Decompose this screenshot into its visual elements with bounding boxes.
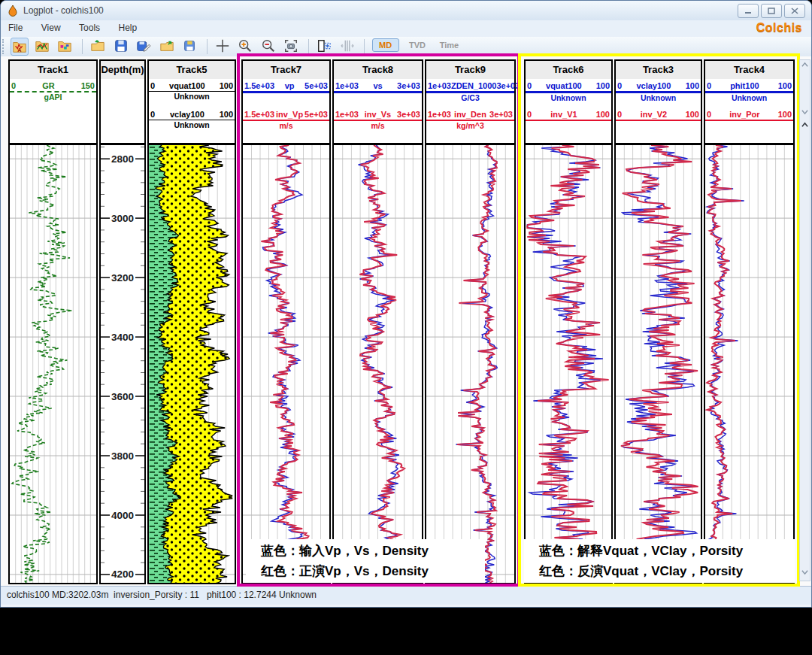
zoom-out-icon[interactable] <box>260 38 278 56</box>
curve-max: 100 <box>686 81 699 91</box>
curve-max: 3e+03 <box>397 81 420 91</box>
curve-unit: Unknown <box>526 93 611 102</box>
curve-unit <box>526 121 611 130</box>
track-plot[interactable] <box>705 145 793 583</box>
depth-mode-tvd[interactable]: TVD <box>404 38 431 52</box>
track-title[interactable]: Track3 <box>616 61 701 79</box>
curve-name[interactable]: phit100 <box>730 81 759 91</box>
curve-name[interactable]: vclay100 <box>636 81 671 91</box>
svg-text:4000: 4000 <box>111 510 134 521</box>
open-curveset-folder-icon[interactable] <box>34 38 52 56</box>
curve-unit: gAPI <box>10 92 96 102</box>
log-display-area: Track1 0GR150 gAPI Depth(m) 280030003200… <box>1 56 811 586</box>
crosshair-icon[interactable] <box>214 38 232 56</box>
curve-name[interactable]: vp <box>285 81 295 91</box>
track-plot[interactable] <box>149 145 235 583</box>
open-file-icon[interactable] <box>89 38 108 56</box>
track-title[interactable]: Depth(m) <box>101 61 144 79</box>
curve-name[interactable]: inv_Por <box>729 110 759 120</box>
minimize-button[interactable] <box>738 4 759 18</box>
curve-name[interactable]: vs <box>373 81 382 91</box>
curve-min: 1.5e+03 <box>244 110 274 120</box>
curve-unit <box>243 93 329 102</box>
curve-max: 100 <box>778 81 792 91</box>
curve-name[interactable]: vquat100 <box>169 81 205 91</box>
track-title[interactable]: Track6 <box>526 61 611 79</box>
maximize-button[interactable] <box>761 4 782 18</box>
curve-min: 0 <box>707 81 711 91</box>
track-track3: Track3 0vclay100100 Unknown 0inv_V2100 <box>614 59 702 584</box>
zoom-in-icon[interactable] <box>237 38 255 56</box>
annotation-inversion: 蓝色：解释Vquat，VClay，Porsity 红色：反演Vquat，VCla… <box>524 539 795 583</box>
save-copy-icon[interactable] <box>181 38 199 56</box>
menu-bar: File View Tools Help Colchis <box>1 20 811 37</box>
curve-name[interactable]: inv_V2 <box>641 110 667 120</box>
menu-tools[interactable]: Tools <box>71 20 108 35</box>
scroll-down-icon[interactable] <box>801 108 808 115</box>
menu-view[interactable]: View <box>34 20 68 35</box>
curve-min: 1e+03 <box>335 81 359 91</box>
annotation-line: 红色：反演Vquat，VClay，Porsity <box>539 561 795 581</box>
title-bar[interactable]: Logplot - colchis100 <box>1 1 811 20</box>
curve-name[interactable]: GR <box>42 81 55 91</box>
curve-min: 1e+03 <box>428 81 451 91</box>
curve-name[interactable]: vclay100 <box>170 110 205 120</box>
toolbar-handle[interactable] <box>2 39 7 54</box>
curve-unit: Unknown <box>149 120 235 129</box>
scroll-up-icon[interactable] <box>801 122 808 129</box>
track-title[interactable]: Track9 <box>426 61 514 79</box>
track-plot[interactable] <box>426 145 514 583</box>
svg-text:3200: 3200 <box>111 272 134 284</box>
annotation-forward-model: 蓝色：输入Vp，Vs，Density 红色：正演Vp，Vs，Density <box>246 539 485 583</box>
curve-unit <box>616 121 701 130</box>
curve-name[interactable]: inv_Den <box>454 110 486 120</box>
depth-mode-time[interactable]: Time <box>436 38 463 52</box>
curve-unit <box>334 93 422 102</box>
curve-name[interactable]: inv_V1 <box>550 110 577 120</box>
track-plot[interactable] <box>616 145 701 583</box>
curve-name[interactable]: inv_Vs <box>365 110 391 120</box>
save-as-icon[interactable] <box>135 38 153 56</box>
snapshot-icon[interactable] <box>283 38 301 56</box>
track-title[interactable]: Track8 <box>334 61 422 79</box>
menu-file[interactable]: File <box>1 20 30 35</box>
track-title[interactable]: Track5 <box>149 61 235 79</box>
vertical-scrollbar[interactable] <box>799 59 810 581</box>
track-header: 0vclay100100 Unknown 0inv_V2100 <box>616 79 701 145</box>
svg-text:3800: 3800 <box>111 450 134 462</box>
save-icon[interactable] <box>113 38 131 56</box>
menu-help[interactable]: Help <box>111 20 145 35</box>
add-track-icon[interactable] <box>316 38 334 56</box>
depth-scale[interactable]: 28003000320034003600380040004200 <box>101 145 144 583</box>
curve-max: 150 <box>81 81 95 91</box>
curve-max: 5e+03 <box>304 110 328 120</box>
track-plot[interactable] <box>10 145 96 583</box>
curve-min: 0 <box>150 110 155 120</box>
curve-max: 5e+03 <box>304 81 328 91</box>
open-gridset-folder-icon[interactable] <box>56 38 74 56</box>
track-header <box>101 79 144 145</box>
curve-unit: G/C3 <box>426 93 514 102</box>
track-plot[interactable] <box>243 145 329 583</box>
curve-name[interactable]: inv_Vp <box>276 110 303 120</box>
curve-unit: kg/m^3 <box>426 121 514 130</box>
scroll-up-icon[interactable] <box>801 62 808 68</box>
curve-name[interactable]: vquat100 <box>546 81 582 91</box>
curve-max: 100 <box>596 81 610 91</box>
toolbar: A MD TVD Time <box>1 37 811 57</box>
track-plot[interactable] <box>334 145 422 583</box>
track-track7: Track7 1.5e+03vp5e+03 1.5e+03inv_Vp5e+03… <box>241 59 331 584</box>
track-title[interactable]: Track7 <box>243 61 329 79</box>
curve-name[interactable]: ZDEN_1000 <box>451 81 497 91</box>
track-title[interactable]: Track4 <box>705 61 793 79</box>
import-file-icon[interactable] <box>159 38 177 56</box>
depth-mode-md[interactable]: MD <box>372 38 399 52</box>
open-logplot-folder-icon[interactable]: A <box>11 38 29 56</box>
scroll-down-icon[interactable] <box>801 569 808 575</box>
close-button[interactable] <box>784 4 805 18</box>
fit-tracks-icon[interactable] <box>339 38 357 56</box>
track-plot[interactable] <box>526 145 611 583</box>
track-track6: Track6 0vquat100100 Unknown 0inv_V1100 <box>524 59 613 584</box>
curve-min: 0 <box>707 110 711 120</box>
track-title[interactable]: Track1 <box>10 61 96 79</box>
